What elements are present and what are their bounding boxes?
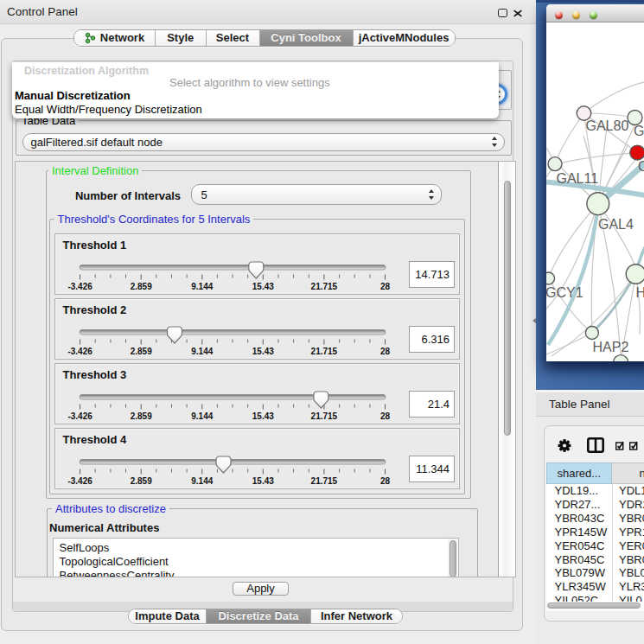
svg-text:21.715: 21.715 [311, 347, 338, 356]
svg-text:-3.426: -3.426 [67, 347, 92, 356]
svg-text:28: 28 [380, 476, 391, 486]
svg-text:2.859: 2.859 [131, 476, 152, 486]
svg-text:28: 28 [380, 347, 391, 356]
svg-text:28: 28 [380, 411, 391, 421]
svg-text:GCY1: GCY1 [546, 285, 583, 300]
svg-text:-3.426: -3.426 [67, 282, 92, 291]
svg-text:CR: CR [638, 159, 644, 174]
svg-text:15.43: 15.43 [252, 282, 274, 291]
svg-text:21.715: 21.715 [311, 282, 338, 291]
svg-text:GAL4: GAL4 [598, 217, 634, 232]
svg-text:2.859: 2.859 [131, 282, 152, 291]
svg-text:HAP2: HAP2 [592, 340, 628, 354]
svg-text:-3.426: -3.426 [67, 476, 92, 486]
svg-text:9.144: 9.144 [191, 347, 213, 356]
svg-text:2.859: 2.859 [131, 411, 152, 421]
svg-text:21.715: 21.715 [311, 411, 338, 421]
svg-text:GAL11: GAL11 [556, 171, 598, 186]
svg-text:15.43: 15.43 [252, 411, 274, 421]
svg-text:2.859: 2.859 [131, 347, 152, 356]
svg-text:28: 28 [380, 282, 391, 291]
svg-text:-3.426: -3.426 [67, 411, 92, 421]
svg-text:9.144: 9.144 [191, 476, 213, 486]
svg-text:9.144: 9.144 [191, 282, 213, 291]
svg-text:21.715: 21.715 [311, 476, 338, 486]
svg-text:GAL80: GAL80 [585, 118, 628, 133]
svg-text:H: H [635, 285, 644, 300]
svg-text:9.144: 9.144 [191, 411, 213, 421]
svg-text:GAL: GAL [634, 124, 644, 138]
svg-text:15.43: 15.43 [252, 476, 274, 486]
svg-text:15.43: 15.43 [252, 347, 274, 356]
